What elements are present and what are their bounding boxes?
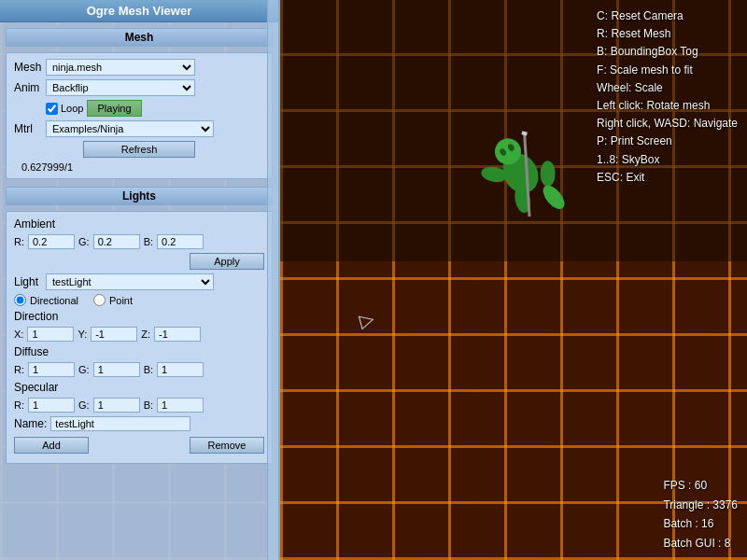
ambient-g-input[interactable]: [93, 234, 140, 249]
loop-checkbox-label[interactable]: Loop: [46, 103, 83, 115]
svg-point-7: [539, 182, 569, 213]
light-type-row: Directional Point: [14, 294, 264, 306]
direction-label-row: Direction: [14, 310, 264, 323]
dir-y-input[interactable]: [91, 327, 137, 342]
ambient-g-label: G:: [78, 236, 90, 247]
diff-g-input[interactable]: [93, 362, 140, 377]
diff-r-label: R:: [14, 364, 24, 375]
anim-label: Anim: [14, 81, 42, 94]
specular-label: Specular: [14, 381, 58, 394]
refresh-button[interactable]: Refresh: [83, 141, 195, 158]
scrollbar[interactable]: [267, 0, 278, 560]
hud-controls: C: Reset Camera R: Reset Mesh B: Boundin…: [597, 7, 738, 187]
playing-button[interactable]: Playing: [87, 100, 141, 117]
ambient-label: Ambient: [14, 217, 55, 231]
spec-g-label: G:: [78, 399, 90, 411]
diffuse-rgb-row: R: G: B:: [14, 362, 264, 377]
mesh-label: Mesh: [14, 61, 42, 74]
diff-g-label: G:: [78, 364, 90, 375]
light-label: Light: [14, 275, 42, 288]
refresh-row: Refresh: [14, 141, 264, 158]
ambient-rgb-row: R: G: B:: [14, 234, 264, 249]
svg-point-5: [541, 161, 556, 187]
add-button[interactable]: Add: [14, 437, 89, 454]
diffuse-label-row: Diffuse: [14, 345, 264, 358]
mtrl-select[interactable]: Examples/Ninja: [46, 120, 214, 137]
directional-radio-label[interactable]: Directional: [14, 294, 78, 306]
spec-r-input[interactable]: [28, 398, 75, 413]
name-label: Name:: [14, 417, 47, 430]
diff-b-input[interactable]: [157, 362, 204, 377]
directional-radio[interactable]: [14, 294, 26, 306]
diff-r-input[interactable]: [28, 362, 75, 377]
direction-xyz-row: X: Y: Z:: [14, 327, 264, 342]
point-label: Point: [109, 295, 133, 306]
remove-button[interactable]: Remove: [190, 437, 264, 454]
spec-b-label: B:: [144, 399, 153, 411]
spec-b-input[interactable]: [157, 398, 204, 413]
lights-section: Ambient R: G: B: Apply Light testLight: [6, 211, 273, 464]
dir-x-input[interactable]: [27, 327, 74, 342]
diffuse-label: Diffuse: [14, 345, 49, 358]
panel-title: Ogre Mesh Viewer: [0, 0, 278, 22]
ambient-r-input[interactable]: [28, 234, 75, 249]
mtrl-label: Mtrl: [14, 122, 42, 135]
loop-checkbox[interactable]: [46, 103, 58, 115]
apply-button[interactable]: Apply: [190, 253, 264, 270]
anim-row: Anim Backflip: [14, 79, 264, 96]
mesh-section-title: Mesh: [6, 28, 273, 47]
progress-text: 0.627999/1: [14, 161, 264, 173]
light-select-row: Light testLight: [14, 273, 264, 290]
loop-label: Loop: [61, 103, 83, 114]
light-select[interactable]: testLight: [46, 273, 214, 290]
spec-r-label: R:: [14, 399, 24, 411]
point-radio-label[interactable]: Point: [93, 294, 133, 306]
mesh-section: Mesh ninja.mesh Anim Backflip Loop Playi…: [6, 52, 273, 179]
add-remove-row: Add Remove: [14, 437, 264, 454]
apply-row: Apply: [14, 253, 264, 270]
mesh-row: Mesh ninja.mesh: [14, 59, 264, 76]
dir-z-input[interactable]: [154, 327, 201, 342]
diff-b-label: B:: [144, 364, 153, 375]
lights-section-title: Lights: [6, 187, 273, 205]
direction-label: Direction: [14, 310, 58, 323]
point-radio[interactable]: [93, 294, 106, 306]
mesh-select[interactable]: ninja.mesh: [46, 59, 195, 76]
specular-rgb-row: R: G: B:: [14, 398, 264, 413]
ambient-b-input[interactable]: [157, 234, 204, 249]
ambient-label-row: Ambient: [14, 217, 264, 231]
dir-z-label: Z:: [141, 329, 150, 340]
character-3d: [467, 121, 579, 233]
dir-y-label: Y:: [78, 329, 87, 340]
specular-label-row: Specular: [14, 381, 264, 394]
spec-g-input[interactable]: [93, 398, 140, 413]
directional-label: Directional: [30, 295, 78, 306]
loop-playing-row: Loop Playing: [14, 100, 264, 117]
anim-select[interactable]: Backflip: [46, 79, 195, 96]
ambient-b-label: B:: [144, 236, 153, 247]
name-row: Name:: [14, 416, 264, 431]
hud-stats: FPS : 60 Triangle : 3376 Batch : 16 Batc…: [663, 476, 738, 553]
ambient-r-label: R:: [14, 236, 24, 247]
dir-x-label: X:: [14, 329, 23, 340]
name-input[interactable]: [50, 416, 190, 431]
control-panel: Ogre Mesh Viewer Mesh Mesh ninja.mesh An…: [0, 0, 280, 560]
svg-line-9: [522, 131, 527, 135]
mtrl-row: Mtrl Examples/Ninja: [14, 120, 264, 137]
